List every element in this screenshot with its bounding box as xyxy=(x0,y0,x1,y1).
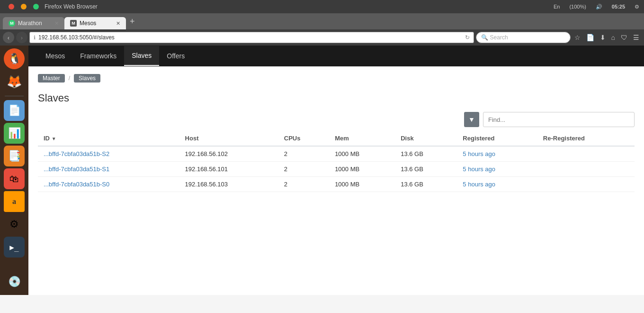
system-tray-time: 05:25 xyxy=(612,4,625,9)
url-info-icon: ℹ xyxy=(34,35,36,41)
window-close[interactable] xyxy=(9,4,14,9)
cell-re-registered xyxy=(537,162,635,177)
browser-titlebar: Firefox Web Browser En (100%) 🔊 05:25 ⚙ xyxy=(0,0,644,13)
tab-marathon-close[interactable]: ✕ xyxy=(54,20,59,27)
search-bar[interactable]: 🔍 Search xyxy=(476,32,571,43)
window-minimize[interactable] xyxy=(21,4,27,9)
shield-icon[interactable]: 🛡 xyxy=(619,33,629,42)
cell-host: 192.168.56.103 xyxy=(179,177,278,192)
impress-icon[interactable]: 📑 xyxy=(4,146,25,166)
download-icon[interactable]: ⬇ xyxy=(598,33,608,42)
cell-registered: 5 hours ago xyxy=(457,146,537,162)
cell-disk: 13.6 GB xyxy=(395,146,457,162)
search-placeholder: Search xyxy=(490,34,508,41)
search-icon: 🔍 xyxy=(481,34,488,41)
tab-mesos[interactable]: M Mesos ✕ xyxy=(64,17,126,29)
table-row: ...bffd-7cbfa03da51b-S2 192.168.56.102 2… xyxy=(38,146,635,162)
slave-id-link[interactable]: ...bffd-7cbfa03da51b-S2 xyxy=(44,150,109,157)
url-bar[interactable]: ℹ 192.168.56.103:5050/#/slaves ↻ xyxy=(29,32,474,43)
home-icon[interactable]: ⌂ xyxy=(609,33,617,42)
page-content: Master / Slaves Slaves ▼ ID ▼ Host CPUs … xyxy=(28,66,644,295)
reload-button[interactable]: ↻ xyxy=(465,34,470,41)
filter-button[interactable]: ▼ xyxy=(464,112,479,127)
slaves-table: ID ▼ Host CPUs Mem Disk Registered Re-Re… xyxy=(38,131,635,192)
cell-re-registered xyxy=(537,146,635,162)
system-tray-settings[interactable]: ⚙ xyxy=(635,4,639,10)
new-tab-button[interactable]: + xyxy=(126,17,139,29)
window-maximize[interactable] xyxy=(33,4,39,9)
cell-id: ...bffd-7cbfa03da51b-S2 xyxy=(38,146,179,162)
breadcrumb: Master / Slaves xyxy=(38,74,635,83)
tab-marathon[interactable]: M Marathon ✕ xyxy=(3,17,64,29)
firefox-icon[interactable]: 🦊 xyxy=(4,71,25,92)
nav-bar: ‹ › ℹ 192.168.56.103:5050/#/slaves ↻ 🔍 S… xyxy=(0,29,644,46)
mesos-nav: Mesos Frameworks Slaves Offers xyxy=(28,46,644,66)
sort-arrow-id: ▼ xyxy=(52,136,56,141)
table-row: ...bffd-7cbfa03da51b-S1 192.168.56.101 2… xyxy=(38,162,635,177)
slave-id-link[interactable]: ...bffd-7cbfa03da51b-S1 xyxy=(44,166,109,173)
amazon-icon[interactable]: a xyxy=(4,191,25,212)
tab-mesos-label: Mesos xyxy=(80,20,96,27)
ubuntu-icon[interactable]: 🐧 xyxy=(4,48,25,69)
breadcrumb-slaves[interactable]: Slaves xyxy=(74,74,100,83)
cell-registered: 5 hours ago xyxy=(457,162,537,177)
cell-mem: 1000 MB xyxy=(329,177,395,192)
col-header-id[interactable]: ID ▼ xyxy=(38,131,179,146)
breadcrumb-master[interactable]: Master xyxy=(38,74,65,83)
nav-item-offers[interactable]: Offers xyxy=(159,46,192,65)
col-header-registered[interactable]: Registered xyxy=(457,131,537,146)
system-tray-language: En xyxy=(554,4,560,9)
terminal-icon[interactable]: ▶_ xyxy=(4,237,25,258)
registered-link[interactable]: 5 hours ago xyxy=(463,181,495,188)
cell-cpus: 2 xyxy=(278,177,329,192)
breadcrumb-separator: / xyxy=(69,75,70,82)
slave-id-link[interactable]: ...bffd-7cbfa03da51b-S0 xyxy=(44,181,109,188)
col-header-disk[interactable]: Disk xyxy=(395,131,457,146)
tab-bar: M Marathon ✕ M Mesos ✕ + xyxy=(0,13,644,29)
cell-cpus: 2 xyxy=(278,146,329,162)
col-header-host[interactable]: Host xyxy=(179,131,278,146)
cell-mem: 1000 MB xyxy=(329,162,395,177)
bookmark-star-icon[interactable]: ☆ xyxy=(572,33,582,42)
tab-marathon-label: Marathon xyxy=(18,20,42,27)
cell-cpus: 2 xyxy=(278,162,329,177)
nav-item-slaves[interactable]: Slaves xyxy=(124,46,159,66)
system-tray-battery: (100%) xyxy=(569,4,586,9)
registered-link[interactable]: 5 hours ago xyxy=(463,166,495,173)
calc-icon[interactable]: 📊 xyxy=(4,123,25,144)
menu-icon[interactable]: ☰ xyxy=(631,33,641,42)
nav-item-frameworks[interactable]: Frameworks xyxy=(72,46,124,65)
mesos-favicon: M xyxy=(70,20,77,27)
reader-mode-icon[interactable]: 📄 xyxy=(584,33,596,42)
url-text[interactable]: 192.168.56.103:5050/#/slaves xyxy=(38,34,462,41)
files-icon[interactable]: 📄 xyxy=(4,100,25,121)
cell-host: 192.168.56.102 xyxy=(179,146,278,162)
nav-item-mesos[interactable]: Mesos xyxy=(38,46,72,65)
nav-icons: ☆ 📄 ⬇ ⌂ 🛡 ☰ xyxy=(572,33,641,42)
content-area: Mesos Frameworks Slaves Offers Master / … xyxy=(28,46,644,295)
cell-host: 192.168.56.101 xyxy=(179,162,278,177)
table-row: ...bffd-7cbfa03da51b-S0 192.168.56.103 2… xyxy=(38,177,635,192)
cell-disk: 13.6 GB xyxy=(395,177,457,192)
back-button[interactable]: ‹ xyxy=(3,32,14,43)
find-input[interactable] xyxy=(483,112,635,127)
system-tray-volume: 🔊 xyxy=(596,4,602,10)
software-center-icon[interactable]: 🛍 xyxy=(4,168,25,189)
tab-mesos-close[interactable]: ✕ xyxy=(116,20,120,27)
cell-re-registered xyxy=(537,177,635,192)
col-header-re-registered[interactable]: Re-Registered xyxy=(537,131,635,146)
cell-id: ...bffd-7cbfa03da51b-S1 xyxy=(38,162,179,177)
disc-icon[interactable]: 💿 xyxy=(4,271,25,292)
cell-disk: 13.6 GB xyxy=(395,162,457,177)
col-header-cpus[interactable]: CPUs xyxy=(278,131,329,146)
col-header-mem[interactable]: Mem xyxy=(329,131,395,146)
registered-link[interactable]: 5 hours ago xyxy=(463,150,495,157)
system-settings-icon[interactable]: ⚙ xyxy=(4,214,25,235)
cell-id: ...bffd-7cbfa03da51b-S0 xyxy=(38,177,179,192)
sidebar: 🐧 🦊 📄 📊 📑 🛍 a ⚙ ▶_ 💿 xyxy=(0,46,28,295)
page-title: Slaves xyxy=(38,92,635,104)
browser-title: Firefox Web Browser xyxy=(45,3,98,10)
table-toolbar: ▼ xyxy=(38,112,635,127)
forward-button[interactable]: › xyxy=(16,32,27,43)
table-header-row: ID ▼ Host CPUs Mem Disk Registered Re-Re… xyxy=(38,131,635,146)
